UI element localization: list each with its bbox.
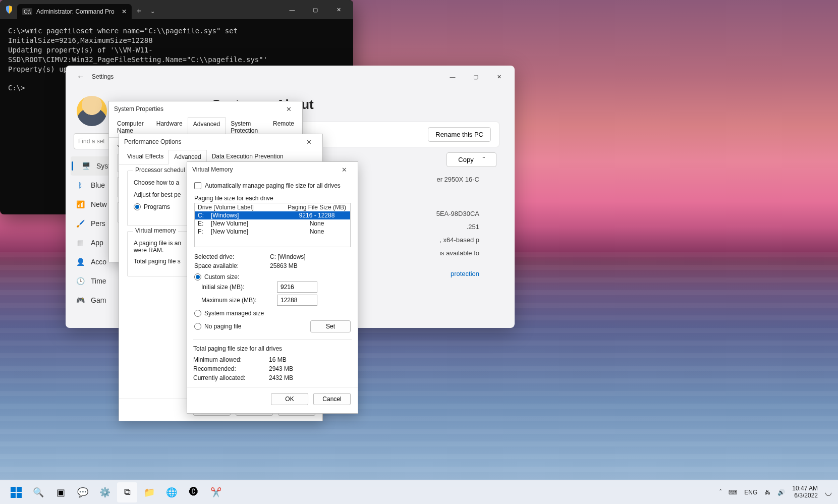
shield-icon bbox=[5, 6, 13, 14]
chat-icon[interactable]: 💬 bbox=[73, 482, 93, 502]
auto-manage-checkbox[interactable]: Automatically manage paging file size fo… bbox=[194, 182, 341, 189]
canva-icon[interactable]: 🅒 bbox=[184, 482, 204, 502]
back-button[interactable]: ← bbox=[74, 72, 88, 81]
label: Recommended: bbox=[193, 365, 269, 372]
value: 25863 MB bbox=[270, 262, 351, 269]
drive-row[interactable]: C:[Windows]9216 - 12288 bbox=[195, 211, 350, 219]
settings-title: Settings bbox=[92, 73, 114, 80]
dialog-title: System Properties bbox=[114, 105, 163, 113]
group-title: Virtual memory bbox=[133, 227, 178, 234]
close-icon[interactable]: ✕ bbox=[280, 105, 297, 113]
drive-list: Drive [Volume Label] Paging File Size (M… bbox=[194, 203, 351, 247]
rename-pc-button[interactable]: Rename this PC bbox=[428, 127, 491, 142]
label: Currently allocated: bbox=[193, 374, 269, 381]
search-icon[interactable]: 🔍 bbox=[28, 482, 48, 502]
network-icon[interactable]: 🖧 bbox=[764, 489, 770, 496]
clock-date: 6/3/2022 bbox=[792, 492, 818, 499]
custom-size-radio[interactable]: Custom size: bbox=[194, 273, 239, 281]
minimize-button[interactable]: — bbox=[281, 2, 304, 17]
protection-link[interactable]: protection bbox=[451, 270, 479, 277]
system-tray: ˆ ⌨ ENG 🖧 🔊 10:47 AM 6/3/2022 ◡ bbox=[719, 485, 832, 499]
cmd-icon: C:\ bbox=[22, 8, 32, 15]
nav-icon: 📶 bbox=[76, 200, 85, 208]
nav-icon: ᛒ bbox=[76, 181, 85, 189]
maximize-button[interactable]: ▢ bbox=[304, 2, 327, 17]
minimize-button[interactable]: — bbox=[441, 69, 464, 85]
programs-radio[interactable]: Programs bbox=[134, 203, 170, 210]
label: Initial size (MB): bbox=[201, 284, 277, 291]
clock-time: 10:47 AM bbox=[792, 485, 818, 492]
close-tab-icon[interactable]: ✕ bbox=[122, 8, 127, 15]
terminal-titlebar: C:\ Administrator: Command Pro ✕ + ⌄ — ▢… bbox=[0, 0, 353, 19]
taskbar-apps: 🔍 ▣ 💬 ⚙️ ⧉ 📁 🌐 🅒 ✂️ bbox=[6, 482, 226, 502]
nav-label: Pers bbox=[91, 219, 105, 228]
dialog-title: Performance Options bbox=[124, 138, 181, 145]
nav-icon: 🕓 bbox=[76, 277, 85, 285]
label: Total paging file size for all drives bbox=[193, 345, 352, 352]
label: Selected drive: bbox=[194, 253, 270, 260]
close-icon[interactable]: ✕ bbox=[336, 166, 353, 174]
nav-label: Acco bbox=[91, 258, 106, 266]
nav-label: Blue bbox=[91, 181, 105, 189]
ok-button[interactable]: OK bbox=[271, 393, 308, 405]
nav-icon: 👤 bbox=[76, 258, 85, 266]
group-title: Processor schedul bbox=[133, 166, 188, 174]
keyboard-icon[interactable]: ⌨ bbox=[729, 489, 737, 496]
nav-label: App bbox=[91, 239, 103, 247]
start-button[interactable] bbox=[6, 482, 26, 502]
column-header: Drive [Volume Label] bbox=[198, 204, 287, 211]
nav-icon: 🎮 bbox=[76, 296, 85, 304]
user-avatar[interactable] bbox=[77, 96, 107, 126]
value: C: [Windows] bbox=[270, 253, 351, 260]
volume-icon[interactable]: 🔊 bbox=[777, 489, 785, 496]
nav-icon: 🖌️ bbox=[76, 219, 85, 228]
cancel-button[interactable]: Cancel bbox=[313, 393, 351, 405]
value: 16 MB bbox=[269, 356, 352, 363]
taskbar: 🔍 ▣ 💬 ⚙️ ⧉ 📁 🌐 🅒 ✂️ ˆ ⌨ ENG 🖧 🔊 10:47 AM… bbox=[0, 480, 838, 504]
close-icon[interactable]: ✕ bbox=[300, 138, 317, 146]
label: Paging file size for each drive bbox=[194, 195, 351, 202]
virtual-memory-dialog: Virtual Memory ✕ Automatically manage pa… bbox=[187, 161, 358, 414]
label: Minimum allowed: bbox=[193, 356, 269, 363]
maximize-button[interactable]: ▢ bbox=[464, 69, 487, 85]
search-placeholder: Find a set bbox=[78, 138, 105, 145]
maximum-size-input[interactable] bbox=[277, 295, 317, 306]
label: Maximum size (MB): bbox=[201, 297, 277, 304]
label: Space available: bbox=[194, 262, 270, 269]
clock[interactable]: 10:47 AM 6/3/2022 bbox=[792, 485, 818, 499]
nav-label: Netw bbox=[91, 200, 107, 208]
notifications-icon[interactable]: ◡ bbox=[825, 487, 832, 497]
chevron-up-icon: ˆ bbox=[483, 156, 485, 163]
language-indicator[interactable]: ENG bbox=[744, 489, 757, 496]
terminal-tab[interactable]: C:\ Administrator: Command Pro ✕ bbox=[17, 4, 132, 19]
close-button[interactable]: ✕ bbox=[487, 69, 511, 85]
column-header: Paging File Size (MB) bbox=[287, 204, 347, 211]
tab-menu-chevron-icon[interactable]: ⌄ bbox=[146, 8, 159, 15]
settings-titlebar: ← Settings — ▢ ✕ bbox=[66, 66, 515, 88]
nav-icon: ▦ bbox=[76, 239, 85, 247]
set-button[interactable]: Set bbox=[310, 320, 351, 332]
dialog-title: Virtual Memory bbox=[192, 166, 233, 173]
close-button[interactable]: ✕ bbox=[327, 2, 350, 17]
no-paging-radio[interactable]: No paging file bbox=[194, 323, 241, 330]
terminal-icon[interactable]: ⧉ bbox=[117, 482, 137, 502]
tab-title: Administrator: Command Pro bbox=[36, 8, 115, 15]
new-tab-button[interactable]: + bbox=[132, 7, 146, 16]
drive-row[interactable]: F:[New Volume]None bbox=[195, 228, 350, 236]
system-managed-radio[interactable]: System managed size bbox=[194, 310, 264, 317]
value: 2943 MB bbox=[269, 365, 352, 372]
nav-label: Gam bbox=[91, 296, 106, 304]
initial-size-input[interactable] bbox=[277, 282, 317, 293]
nav-label: Time bbox=[91, 277, 106, 285]
settings-icon[interactable]: ⚙️ bbox=[95, 482, 115, 502]
explorer-icon[interactable]: 📁 bbox=[139, 482, 159, 502]
tab[interactable]: Visual Effects bbox=[122, 150, 169, 164]
value: 2432 MB bbox=[269, 374, 352, 381]
nav-icon: 🖥️ bbox=[81, 162, 90, 170]
tray-chevron-icon[interactable]: ˆ bbox=[719, 489, 721, 496]
edge-icon[interactable]: 🌐 bbox=[161, 482, 182, 502]
drive-row[interactable]: E:[New Volume]None bbox=[195, 219, 350, 228]
copy-button[interactable]: Copy ˆ bbox=[446, 152, 496, 167]
snip-icon[interactable]: ✂️ bbox=[206, 482, 226, 502]
task-view-icon[interactable]: ▣ bbox=[50, 482, 71, 502]
